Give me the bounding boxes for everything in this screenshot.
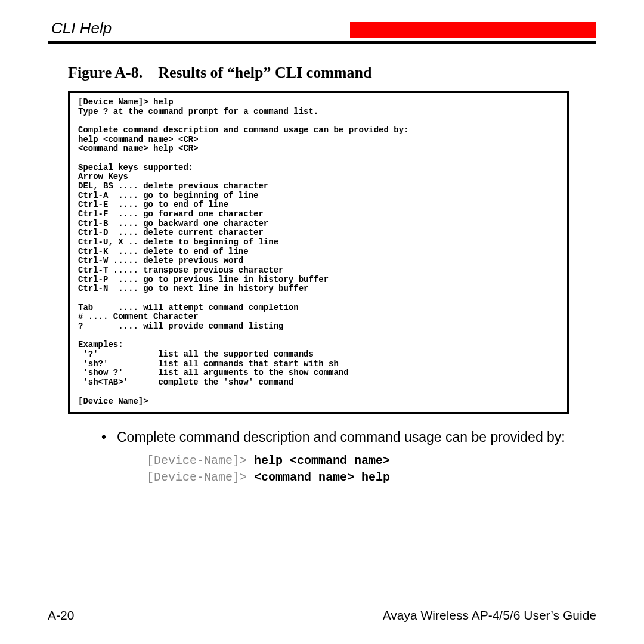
cmd-text: <command name> help bbox=[254, 470, 390, 484]
page-footer: A-20 Avaya Wireless AP-4/5/6 User’s Guid… bbox=[48, 608, 596, 623]
header-title: CLI Help bbox=[48, 19, 112, 38]
header-rule bbox=[48, 41, 596, 44]
guide-title: Avaya Wireless AP-4/5/6 User’s Guide bbox=[383, 608, 596, 623]
cmd-prompt: [Device-Name]> bbox=[147, 454, 254, 467]
body-bullet: • Complete command description and comma… bbox=[117, 428, 588, 486]
page: CLI Help Figure A-8. Results of “help” C… bbox=[0, 0, 644, 644]
cmd-line-2: [Device-Name]> <command name> help bbox=[147, 469, 588, 486]
bullet-dot-icon: • bbox=[101, 428, 117, 447]
bullet-text: Complete command description and command… bbox=[117, 428, 565, 447]
page-header: CLI Help bbox=[48, 19, 596, 38]
cmd-line-1: [Device-Name]> help <command name> bbox=[147, 453, 588, 469]
cmd-text: help <command name> bbox=[254, 454, 390, 467]
header-accent-bar bbox=[350, 22, 596, 38]
figure-caption: Figure A-8. Results of “help” CLI comman… bbox=[68, 64, 596, 82]
page-number: A-20 bbox=[48, 608, 74, 623]
cli-output-box: [Device Name]> help Type ? at the comman… bbox=[68, 91, 569, 414]
cmd-prompt: [Device-Name]> bbox=[147, 470, 254, 484]
command-examples: [Device-Name]> help <command name> [Devi… bbox=[147, 453, 588, 486]
